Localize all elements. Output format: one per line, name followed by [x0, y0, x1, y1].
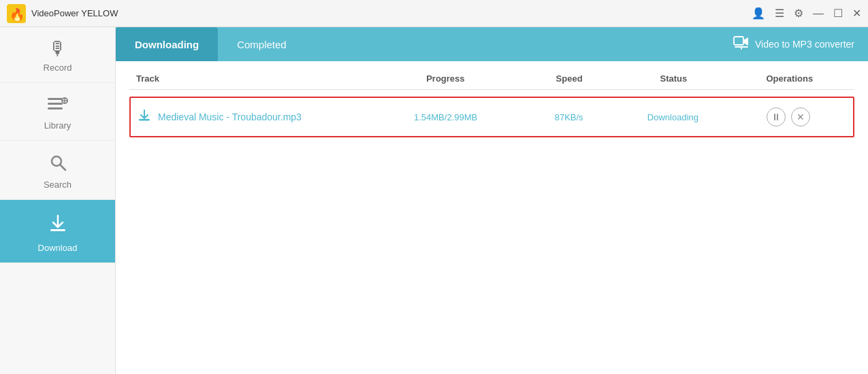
download-table: Track Progress Speed Status Operations M…: [116, 61, 868, 374]
sidebar-item-search[interactable]: Search: [0, 141, 115, 200]
converter-icon: [733, 36, 750, 53]
table-header: Track Progress Speed Status Operations: [129, 68, 854, 90]
col-header-progress: Progress: [368, 73, 523, 84]
tab-downloading-label: Downloading: [135, 39, 199, 50]
search-icon: [48, 153, 67, 175]
table-row: Medieval Music - Troubadour.mp3 1.54MB/2…: [129, 97, 854, 137]
svg-rect-3: [48, 103, 63, 105]
sidebar-item-download[interactable]: Download: [0, 200, 115, 263]
row-track-cell: Medieval Music - Troubadour.mp3: [138, 109, 368, 126]
converter-label: Video to MP3 converter: [755, 39, 854, 50]
svg-text:🔥: 🔥: [10, 7, 25, 22]
list-icon[interactable]: ☰: [775, 8, 784, 19]
col-header-track: Track: [136, 73, 368, 84]
content-area: Downloading Completed Video to MP3 conve…: [116, 27, 868, 374]
sidebar-label-library: Library: [44, 120, 71, 131]
sidebar-label-download: Download: [38, 243, 78, 253]
title-bar-controls: 👤 ☰ ⚙ — ☐ ✕: [752, 8, 861, 19]
row-status: Downloading: [615, 112, 731, 122]
close-button[interactable]: ✕: [852, 8, 861, 19]
maximize-button[interactable]: ☐: [833, 8, 843, 19]
minimize-button[interactable]: —: [813, 8, 824, 19]
app-title: VideoPower YELLOW: [31, 8, 118, 18]
tab-completed-label: Completed: [237, 39, 287, 50]
sidebar-item-library[interactable]: Library: [0, 83, 115, 141]
row-progress: 1.54MB/2.99MB: [368, 112, 522, 122]
svg-rect-10: [50, 229, 65, 231]
svg-rect-4: [48, 107, 63, 109]
pause-button[interactable]: ⏸: [767, 107, 786, 126]
row-speed: 87KB/s: [523, 112, 615, 122]
col-header-operations: Operations: [732, 73, 848, 84]
cancel-icon: ✕: [797, 112, 805, 122]
library-icon: [48, 95, 68, 116]
svg-rect-11: [734, 37, 743, 45]
svg-rect-2: [48, 98, 63, 100]
sidebar-item-record[interactable]: 🎙 Record: [0, 27, 115, 83]
row-download-icon: [138, 109, 151, 126]
main-layout: 🎙 Record Library: [0, 27, 868, 374]
tab-bar: Downloading Completed Video to MP3 conve…: [116, 27, 868, 61]
settings-icon[interactable]: ⚙: [794, 8, 803, 19]
tab-downloading[interactable]: Downloading: [116, 27, 218, 61]
sidebar-label-search: Search: [44, 180, 71, 190]
sidebar-label-record: Record: [44, 63, 72, 73]
col-header-speed: Speed: [523, 73, 615, 84]
tab-completed[interactable]: Completed: [218, 27, 306, 61]
cancel-button[interactable]: ✕: [791, 107, 810, 126]
title-bar-left: 🔥 VideoPower YELLOW: [7, 4, 118, 23]
track-name: Medieval Music - Troubadour.mp3: [158, 112, 302, 122]
video-to-mp3-converter-button[interactable]: Video to MP3 converter: [720, 36, 868, 53]
download-icon: [46, 212, 69, 239]
row-operations: ⏸ ✕: [730, 107, 846, 126]
record-icon: 🎙: [48, 39, 67, 58]
pause-icon: ⏸: [771, 112, 781, 122]
svg-line-9: [60, 165, 65, 171]
app-logo-icon: 🔥: [7, 4, 26, 23]
svg-rect-14: [139, 119, 150, 121]
col-header-status: Status: [615, 73, 731, 84]
title-bar: 🔥 VideoPower YELLOW 👤 ☰ ⚙ — ☐ ✕: [0, 0, 868, 27]
user-icon[interactable]: 👤: [752, 8, 765, 19]
sidebar: 🎙 Record Library: [0, 27, 116, 374]
